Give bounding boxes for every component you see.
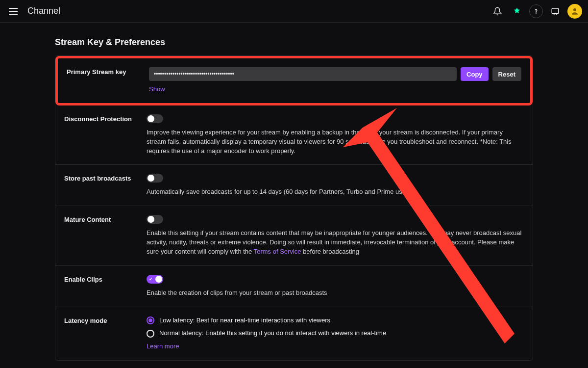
enable-clips-row: Enable Clips ✓ Enable the creation of cl… xyxy=(55,266,533,307)
turbo-icon[interactable] xyxy=(510,4,524,19)
mature-toggle[interactable] xyxy=(147,215,163,224)
stream-key-input[interactable] xyxy=(149,67,457,81)
reset-button[interactable]: Reset xyxy=(492,67,521,81)
clips-description: Enable the creation of clips from your s… xyxy=(147,289,524,298)
svg-point-0 xyxy=(536,13,537,13)
settings-panel: Primary Stream key Copy Reset Show Disco… xyxy=(55,55,533,361)
disconnect-label: Disconnect Protection xyxy=(64,114,147,156)
latency-low-label: Low latency: Best for near real-time int… xyxy=(159,316,330,325)
header-left: Channel xyxy=(6,5,60,18)
disconnect-description: Improve the viewing experience for your … xyxy=(147,128,524,156)
page-title: Stream Key & Preferences xyxy=(55,37,533,48)
disconnect-protection-row: Disconnect Protection Improve the viewin… xyxy=(55,105,533,165)
notifications-icon[interactable] xyxy=(490,4,505,19)
latency-label: Latency mode xyxy=(64,316,147,352)
clips-toggle[interactable]: ✓ xyxy=(147,275,163,284)
copy-button[interactable]: Copy xyxy=(461,67,489,81)
avatar[interactable] xyxy=(567,4,582,19)
page-header-title: Channel xyxy=(27,6,60,16)
menu-icon[interactable] xyxy=(6,5,21,18)
mature-content-row: Mature Content Enable this setting if yo… xyxy=(55,206,533,266)
disconnect-toggle[interactable] xyxy=(147,114,163,123)
store-description: Automatically save broadcasts for up to … xyxy=(147,187,524,197)
mature-desc-post: before broadcasting xyxy=(301,248,360,255)
show-key-link[interactable]: Show xyxy=(149,85,521,94)
mature-description: Enable this setting if your stream conta… xyxy=(147,229,524,257)
stream-key-row: Primary Stream key Copy Reset Show xyxy=(58,58,530,103)
app-header: Channel xyxy=(0,0,588,23)
latency-normal-option[interactable]: Normal latency: Enable this setting if y… xyxy=(147,329,524,338)
latency-learn-more-link[interactable]: Learn more xyxy=(147,342,179,350)
svg-point-2 xyxy=(573,8,576,11)
header-right xyxy=(490,4,582,19)
chat-icon[interactable] xyxy=(548,4,563,19)
svg-rect-1 xyxy=(552,8,559,14)
stream-key-label: Primary Stream key xyxy=(67,67,149,94)
latency-low-option[interactable]: Low latency: Best for near real-time int… xyxy=(147,316,524,325)
store-broadcasts-row: Store past broadcasts Automatically save… xyxy=(55,165,533,206)
mature-label: Mature Content xyxy=(64,215,147,257)
store-label: Store past broadcasts xyxy=(64,174,147,197)
store-toggle[interactable] xyxy=(147,174,163,183)
stream-key-highlight: Primary Stream key Copy Reset Show xyxy=(55,56,533,105)
radio-normal[interactable] xyxy=(147,330,154,338)
main-content: Stream Key & Preferences Primary Stream … xyxy=(0,23,588,368)
stream-key-controls: Copy Reset xyxy=(149,67,521,81)
latency-row: Latency mode Low latency: Best for near … xyxy=(55,307,533,361)
help-icon[interactable] xyxy=(529,4,543,18)
latency-normal-label: Normal latency: Enable this setting if y… xyxy=(159,329,386,338)
terms-of-service-link[interactable]: Terms of Service xyxy=(254,248,301,255)
clips-label: Enable Clips xyxy=(64,275,147,298)
radio-low[interactable] xyxy=(147,316,154,324)
